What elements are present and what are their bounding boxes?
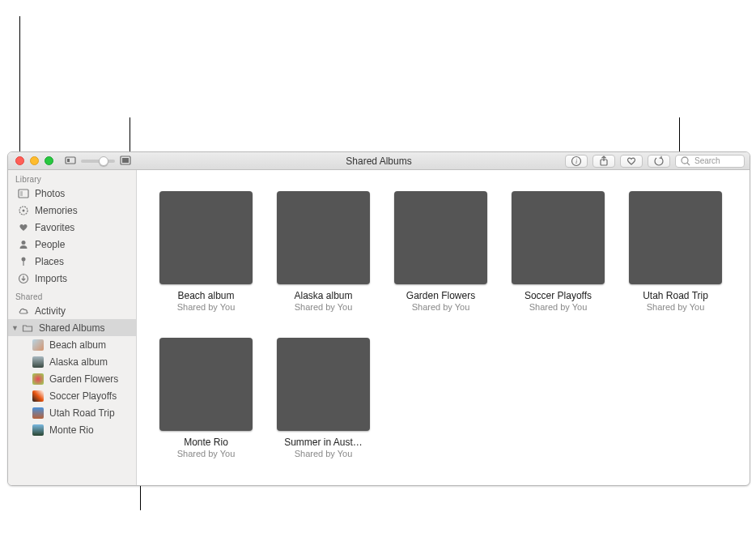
svg-rect-9: [19, 190, 28, 198]
info-button[interactable]: i: [565, 155, 588, 168]
sidebar-item-label: Places: [35, 256, 64, 267]
album-subtitle: Shared by You: [177, 302, 236, 312]
folder-icon: [22, 322, 33, 334]
sidebar: Library Photos Memories Favorites People…: [8, 170, 137, 485]
sidebar-item-label: Beach album: [49, 339, 106, 351]
memories-icon: [18, 205, 29, 216]
thumbnail-large-icon: [120, 155, 131, 168]
zoom-controls: [65, 155, 131, 168]
album-tile[interactable]: Beach album Shared by You: [159, 191, 253, 312]
sidebar-item-activity[interactable]: Activity: [8, 302, 136, 319]
titlebar: Shared Albums i Search: [8, 152, 750, 170]
album-subtitle: Shared by You: [412, 302, 470, 312]
sidebar-item-album[interactable]: Garden Flowers: [8, 370, 136, 387]
svg-point-14: [22, 257, 26, 261]
sidebar-item-label: Activity: [35, 305, 66, 317]
album-thumbnail-icon: [32, 339, 44, 351]
person-icon: [18, 239, 29, 250]
sidebar-item-favorites[interactable]: Favorites: [8, 219, 136, 236]
rotate-button[interactable]: [648, 155, 670, 168]
sidebar-item-photos[interactable]: Photos: [8, 185, 136, 202]
sidebar-item-album[interactable]: Beach album: [8, 336, 136, 353]
content-area: Beach album Shared by You Alaska album S…: [137, 170, 750, 485]
album-tile[interactable]: Alaska album Shared by You: [277, 191, 370, 312]
sidebar-item-album[interactable]: Alaska album: [8, 353, 136, 370]
close-window-button[interactable]: [15, 156, 24, 165]
album-title: Monte Rio: [184, 437, 228, 448]
svg-point-12: [23, 209, 25, 211]
album-tile[interactable]: Garden Flowers Shared by You: [394, 191, 487, 312]
photos-icon: [18, 188, 29, 199]
zoom-window-button[interactable]: [45, 156, 53, 165]
sidebar-item-album[interactable]: Monte Rio: [8, 421, 136, 438]
cloud-icon: [18, 305, 29, 317]
album-title: Alaska album: [294, 290, 352, 301]
sidebar-item-label: Memories: [35, 205, 78, 216]
sidebar-section-library: Library: [8, 173, 136, 185]
svg-rect-10: [20, 191, 23, 196]
download-icon: [18, 273, 29, 284]
svg-rect-1: [67, 159, 70, 162]
search-placeholder: Search: [694, 156, 720, 165]
album-thumbnail-icon: [32, 373, 44, 385]
minimize-window-button[interactable]: [30, 156, 39, 165]
sidebar-item-imports[interactable]: Imports: [8, 270, 136, 287]
sidebar-item-label: People: [35, 239, 65, 250]
sidebar-item-label: Soccer Playoffs: [49, 390, 117, 402]
sidebar-item-label: Alaska album: [49, 356, 108, 368]
album-subtitle: Shared by You: [647, 302, 705, 312]
search-icon: [680, 156, 691, 167]
album-tile[interactable]: Utah Road Trip Shared by You: [629, 191, 722, 312]
album-title: Garden Flowers: [406, 290, 475, 301]
album-cover: [159, 338, 253, 431]
sidebar-item-label: Favorites: [35, 222, 74, 233]
album-title: Utah Road Trip: [643, 290, 708, 301]
album-cover: [394, 191, 487, 284]
thumbnail-small-icon: [65, 155, 76, 168]
album-title: Soccer Playoffs: [525, 290, 592, 301]
sidebar-item-label: Garden Flowers: [49, 373, 118, 385]
disclosure-triangle-icon[interactable]: ▼: [11, 324, 18, 332]
callout-line: [19, 16, 20, 154]
sidebar-item-people[interactable]: People: [8, 236, 136, 253]
svg-point-7: [682, 157, 688, 164]
sidebar-item-album[interactable]: Soccer Playoffs: [8, 387, 136, 404]
svg-rect-3: [122, 158, 129, 163]
sidebar-item-album[interactable]: Utah Road Trip: [8, 404, 136, 421]
album-thumbnail-icon: [32, 407, 44, 419]
album-cover: [159, 191, 253, 284]
album-cover: [277, 191, 370, 284]
sidebar-item-memories[interactable]: Memories: [8, 202, 136, 219]
albums-grid: Beach album Shared by You Alaska album S…: [159, 191, 737, 458]
sidebar-item-label: Imports: [35, 273, 67, 284]
sidebar-item-label: Shared Albums: [39, 322, 104, 334]
album-tile[interactable]: Summer in Aust… Shared by You: [277, 338, 370, 458]
svg-line-8: [687, 163, 690, 165]
share-button[interactable]: [592, 155, 615, 168]
album-cover: [629, 191, 722, 284]
album-cover: [277, 338, 370, 431]
search-field[interactable]: Search: [675, 155, 745, 168]
album-thumbnail-icon: [32, 424, 44, 436]
sidebar-item-shared-albums[interactable]: ▼ Shared Albums: [8, 319, 136, 336]
album-tile[interactable]: Soccer Playoffs Shared by You: [512, 191, 605, 312]
svg-point-13: [22, 241, 26, 245]
album-title: Summer in Aust…: [284, 437, 363, 448]
sidebar-item-label: Monte Rio: [49, 424, 94, 436]
album-subtitle: Shared by You: [177, 449, 236, 458]
album-tile[interactable]: Monte Rio Shared by You: [159, 338, 253, 458]
app-window: Shared Albums i Search Library: [7, 151, 750, 486]
sidebar-item-label: Photos: [35, 188, 65, 199]
toolbar-right: i Search: [565, 155, 745, 168]
album-cover: [512, 191, 605, 284]
thumbnail-size-slider[interactable]: [81, 160, 115, 163]
svg-text:i: i: [575, 158, 577, 165]
sidebar-item-places[interactable]: Places: [8, 253, 136, 270]
window-controls: [8, 156, 53, 165]
album-thumbnail-icon: [32, 356, 44, 368]
pin-icon: [18, 256, 29, 267]
sidebar-item-label: Utah Road Trip: [49, 407, 115, 419]
album-subtitle: Shared by You: [529, 302, 588, 312]
favorite-button[interactable]: [620, 155, 643, 168]
album-subtitle: Shared by You: [295, 449, 353, 458]
